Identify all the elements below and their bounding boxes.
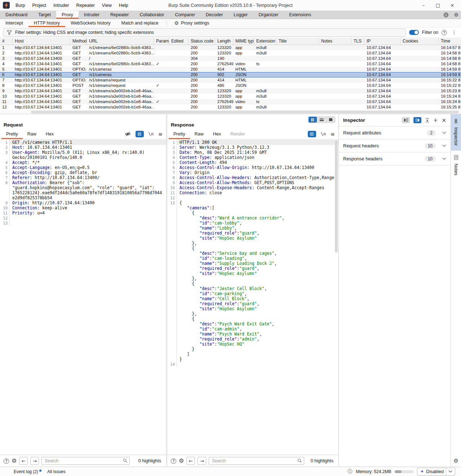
maximize-button[interactable]: □ [435,3,441,8]
tab-repeater[interactable]: Repeater [105,11,134,19]
tab-raw[interactable]: Raw [23,129,41,139]
tab-notes[interactable]: Notes [451,151,461,181]
settings-gear-icon[interactable]: ⚙ [451,11,461,19]
dock-right-button[interactable] [413,117,421,123]
info-icon[interactable]: ⓘ [347,468,352,475]
column-header-params[interactable]: Params [154,37,169,45]
tab-collaborator[interactable]: Collaborator [134,11,169,19]
menu-item-repeater[interactable]: Repeater [72,0,98,11]
column-header-cookies[interactable]: Cookies [400,37,439,45]
menu-item-project[interactable]: Project [28,0,50,11]
table-row[interactable]: 6http://10.67.134.64:13401GET/v1/cameras… [0,72,461,77]
tab-inspector[interactable]: Inspector [451,114,461,151]
tab-proxy-settings[interactable]: ⚙ Proxy settings [170,19,213,27]
close-inspector-icon[interactable]: × [442,117,446,124]
prev-match-button[interactable]: ← [19,457,28,465]
menu-icon[interactable]: ≡ [331,131,335,137]
response-editor[interactable]: 1HTTP/1.1 200 OK2Server: Werkzeug/3.1.3 … [167,139,338,455]
column-header-notes[interactable]: Notes [319,37,351,45]
filter-on-toggle[interactable] [409,30,419,35]
columns-layout-button[interactable] [309,117,317,123]
column-header-extension[interactable]: Extension [254,37,276,45]
column-header-time[interactable]: Time [439,37,461,45]
tab-comparer[interactable]: Comparer [169,11,200,19]
tab-pretty[interactable]: Pretty [1,129,23,139]
table-row[interactable]: 1http://10.67.134.64:13401GET/v1/streams… [0,45,461,50]
rows-layout-button[interactable] [318,117,326,123]
tab-target[interactable]: Target [33,11,56,19]
expand-all-icon[interactable] [425,118,430,123]
column-header-status-code[interactable]: Status code [189,37,215,45]
tab-extensions[interactable]: Extensions [284,11,316,19]
table-row[interactable]: 8http://10.67.134.64:13401POST/v1/stream… [0,83,461,88]
scrollbar-thumb[interactable] [31,111,459,114]
tab-intruder[interactable]: Intruder [79,11,105,19]
table-row[interactable]: 11http://10.67.134.64:13401GET/v1/stream… [0,99,461,104]
more-options-icon[interactable]: ⋮ [450,30,458,35]
next-match-button[interactable]: → [30,457,39,465]
gear-icon[interactable]: ⚙ [453,458,458,464]
chevron-down-icon[interactable] [448,470,452,473]
search-input[interactable] [41,457,130,465]
prettify-button[interactable] [136,131,144,137]
menu-icon[interactable]: ≡ [158,131,163,137]
tab-raw[interactable]: Raw [190,129,208,139]
search-input[interactable] [209,457,304,465]
tab-organizer[interactable]: Organizer [253,11,284,19]
tab-proxy[interactable]: Proxy [56,11,79,19]
table-row[interactable]: 4http://10.67.134.64:13401GET/v1/streams… [0,61,461,67]
subtab-intercept[interactable]: Intercept [0,19,28,27]
tab-pretty[interactable]: Pretty [169,129,190,139]
menu-item-burp[interactable]: Burp [12,0,28,11]
column-header-num[interactable]: # [0,37,13,45]
gear-icon[interactable]: ⚙ [179,458,184,464]
table-row[interactable]: 3http://10.67.134.64:13400GET/30419010.6… [0,56,461,61]
collapse-all-icon[interactable] [433,118,438,123]
prev-match-button[interactable]: ← [186,457,195,465]
table-row[interactable]: 2http://10.67.134.64:13401GET/v1/streams… [0,50,461,56]
column-header-title[interactable]: Title [276,37,319,45]
gear-icon[interactable]: ⚙ [12,458,17,464]
all-issues-link[interactable]: All issues [47,469,66,474]
subtab-websockets-history[interactable]: WebSockets history [65,19,116,27]
minimize-button[interactable]: – [421,3,426,8]
newline-toggle-icon[interactable]: \n [321,132,326,137]
column-header-mime-type[interactable]: MIME type [233,37,254,45]
response-scrollbar[interactable] [335,140,338,253]
menu-item-help[interactable]: Help [115,0,132,11]
hide-eye-icon[interactable] [125,132,131,137]
prettify-button[interactable] [308,131,316,137]
dock-left-button[interactable] [402,117,410,123]
tab-decoder[interactable]: Decoder [200,11,228,19]
help-icon[interactable]: ? [442,30,447,35]
table-row[interactable]: 5http://10.67.134.64:13401OPTIO.../v1/ca… [0,67,461,72]
close-button[interactable]: × [449,3,455,8]
column-header-host[interactable]: Host [13,37,70,45]
table-row[interactable]: 10http://10.67.134.64:13401GET/v1/stream… [0,94,461,99]
column-header-tls[interactable]: TLS [351,37,364,45]
table-row[interactable]: 7http://10.67.134.64:13401OPTIO.../v1/st… [0,77,461,83]
column-header-url[interactable]: URL [87,37,154,45]
help-icon[interactable]: ? [171,458,176,464]
next-match-button[interactable]: → [198,457,206,465]
help-icon[interactable]: ? [4,458,9,464]
newline-toggle-icon[interactable]: \n [149,132,154,137]
subtab-match-and-replace[interactable]: Match and replace [116,19,164,27]
filter-settings-bar[interactable]: Filter settings: Hiding CSS and image co… [3,28,406,37]
table-row[interactable]: 12http://10.67.134.64:13401GET/v1/stream… [0,104,461,110]
event-log-link[interactable]: Event log (2) [14,469,41,474]
menu-item-view[interactable]: View [98,0,115,11]
inspector-section-response-headers[interactable]: Response headers10 [339,152,451,165]
tab-hex[interactable]: Hex [208,129,226,139]
tab-logger[interactable]: Logger [228,11,253,19]
globe-icon[interactable] [441,11,451,19]
burp-ai-button[interactable]: ✦ Disabled [417,468,455,476]
column-header-length[interactable]: Length [215,37,233,45]
subtab-http-history[interactable]: HTTP history [28,19,66,27]
table-horizontal-scrollbar[interactable] [0,110,461,114]
table-row[interactable]: 9http://10.67.134.64:13401GET/v1/streams… [0,88,461,94]
inspector-section-request-headers[interactable]: Request headers10 [339,139,451,152]
menu-item-intruder[interactable]: Intruder [50,0,72,11]
inspector-section-request-attributes[interactable]: Request attributes2 [339,126,451,139]
tab-render[interactable]: Render [226,129,250,139]
